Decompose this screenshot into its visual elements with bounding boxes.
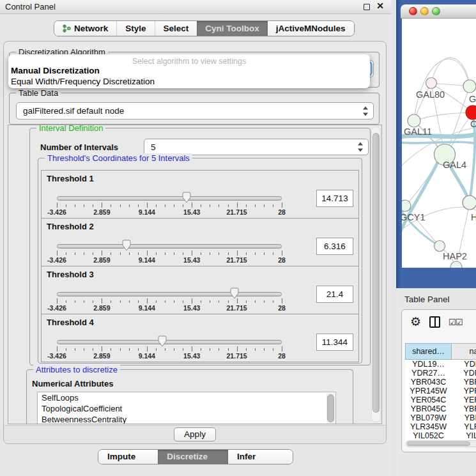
node-gal80[interactable]: [426, 78, 437, 89]
threshold-2-slider[interactable]: -3.4262.8599.14415.4321.71528: [57, 240, 282, 266]
column-header-name[interactable]: na: [452, 343, 476, 360]
close-icon[interactable]: ✕: [376, 1, 384, 11]
slider-thumb[interactable]: [229, 288, 240, 299]
table-row[interactable]: YER054CYER0: [405, 395, 476, 404]
table-row[interactable]: YDR27…YDR2: [405, 369, 476, 378]
table-cell[interactable]: YBR0: [452, 404, 476, 413]
algorithm-option-manual[interactable]: Manual Discretization: [8, 66, 370, 77]
tab-network-label: Network: [74, 24, 108, 33]
network-canvas[interactable]: GAL80 G C GAL11 GAL4 GCY1 H HAP2: [402, 19, 476, 268]
table-data-stepper[interactable]: [363, 106, 369, 116]
threshold-4-label: Threshold 4: [47, 318, 94, 327]
table-cell[interactable]: YER0: [452, 395, 476, 404]
close-traffic-light[interactable]: [409, 7, 417, 15]
tab-network[interactable]: Network: [54, 21, 116, 36]
threshold-1-slider[interactable]: -3.4262.8599.14415.4321.71528: [57, 192, 282, 218]
slider-track[interactable]: [57, 196, 282, 201]
table-cell[interactable]: YIL0: [452, 431, 476, 440]
table-data-value: galFiltered.sif default node: [23, 103, 357, 119]
zoom-traffic-light[interactable]: [432, 7, 440, 15]
threshold-1-value[interactable]: 14.713: [316, 190, 353, 207]
threshold-3-slider[interactable]: -3.4262.8599.14415.4321.71528: [57, 288, 282, 314]
node-top-right[interactable]: [463, 80, 476, 93]
node-selected-red[interactable]: [466, 105, 476, 119]
slider-track[interactable]: [57, 292, 282, 296]
table-rows: YDL19…YDL1YDR27…YDR2YBR043CYBR0YPR145WYP…: [405, 360, 476, 441]
column-header-shared-name[interactable]: shared…: [405, 343, 452, 360]
float-icon[interactable]: [364, 4, 370, 10]
attributes-group: Attributes to discretize Numerical Attri…: [26, 369, 353, 424]
threshold-2-value[interactable]: 6.316: [316, 238, 353, 255]
tab-impute-data[interactable]: Impute Data: [98, 450, 158, 464]
table-row[interactable]: YPR145WYPR1: [405, 387, 476, 395]
scrollbar-thumb[interactable]: [372, 133, 380, 413]
table-cell[interactable]: YPR145W: [405, 387, 452, 395]
minimize-traffic-light[interactable]: [420, 7, 429, 15]
threshold-3-value[interactable]: 21.4: [316, 286, 353, 303]
slider-track[interactable]: [57, 244, 282, 249]
tab-select[interactable]: Select: [155, 21, 197, 36]
algorithm-option-equal-width[interactable]: Equal Width/Frequency Discretization: [8, 77, 370, 88]
table-cell[interactable]: YBL0: [452, 413, 476, 422]
threshold-4-value[interactable]: 11.344: [316, 334, 353, 351]
node-gal11[interactable]: [408, 114, 420, 127]
select-columns-icon[interactable]: ☑☑: [449, 318, 462, 327]
apply-strip: Apply: [4, 425, 385, 443]
algorithm-prompt-option[interactable]: Select algorithm to view settings: [8, 57, 370, 66]
node-hap2[interactable]: [434, 241, 445, 252]
table-cell[interactable]: YDR27…: [405, 369, 452, 378]
numerical-attributes-list[interactable]: SelfLoopsTopologicalCoefficientBetweenne…: [37, 392, 336, 424]
table-cell[interactable]: YLR3: [452, 422, 476, 431]
gear-icon[interactable]: ⚙︎: [410, 316, 421, 328]
scrollbar-thumb[interactable]: [407, 441, 470, 446]
network-window-titlebar[interactable]: [401, 4, 476, 19]
node-label-gal4: GAL4: [443, 160, 466, 170]
tab-jactivemnodules[interactable]: jActiveMNodules: [268, 21, 354, 36]
table-row[interactable]: YLR345WYLR3: [405, 422, 476, 431]
table-cell[interactable]: YBR043C: [405, 378, 452, 387]
numerical-attributes-label: Numerical Attributes: [32, 379, 113, 388]
table-data-group: Table Data galFiltered.sif default node: [9, 93, 380, 125]
table-cell[interactable]: YDL19…: [405, 360, 452, 369]
threshold-2-panel: Threshold 2 -3.4262.8599.14415.4321.7152…: [41, 218, 359, 266]
attribute-item[interactable]: BetweennessCentrality: [38, 414, 335, 424]
table-row[interactable]: YBL079WYBL0: [405, 413, 476, 422]
apply-button[interactable]: Apply: [174, 427, 216, 441]
table-row[interactable]: YDL19…YDL1: [405, 360, 476, 369]
node-bottom-partial[interactable]: [450, 261, 462, 268]
threshold-4-slider[interactable]: -3.4262.8599.14415.4321.71528: [57, 336, 282, 362]
slider-thumb[interactable]: [121, 240, 132, 251]
table-cell[interactable]: YDR2: [452, 369, 476, 378]
tab-style[interactable]: Style: [116, 21, 154, 36]
tab-discretize-data[interactable]: Discretize Data: [158, 450, 228, 464]
table-row[interactable]: YIL052CYIL0: [405, 431, 476, 440]
attributes-list-scrollbar[interactable]: [326, 393, 335, 424]
table-cell[interactable]: YIL052C: [405, 431, 452, 440]
slider-track[interactable]: [57, 340, 282, 344]
table-cell[interactable]: YER054C: [405, 395, 452, 404]
table-row[interactable]: YBR045CYBR0: [405, 404, 476, 413]
table-data-combobox[interactable]: galFiltered.sif default node: [16, 102, 374, 119]
table-cell[interactable]: YBR0: [452, 378, 476, 387]
node-gcy1[interactable]: [402, 200, 411, 211]
slider-thumb[interactable]: [181, 192, 192, 203]
slider-thumb[interactable]: [157, 335, 167, 347]
table-cell[interactable]: YBR045C: [405, 404, 452, 413]
cyni-toolbox-panel: Discretization Algorithm Select algorith…: [3, 41, 387, 444]
table-row[interactable]: YBR043CYBR0: [405, 378, 476, 387]
tab-infer-network[interactable]: Infer Network: [228, 450, 293, 464]
tab-cyni-toolbox[interactable]: Cyni Toolbox: [197, 21, 268, 36]
node-label-gal11: GAL11: [404, 127, 432, 137]
node-label-red: C: [470, 119, 476, 129]
table-cell[interactable]: YPR1: [452, 387, 476, 395]
settings-vertical-scrollbar[interactable]: [371, 127, 381, 422]
attribute-item[interactable]: SelfLoops: [38, 392, 335, 403]
table-cell[interactable]: YBL079W: [405, 413, 452, 422]
table-cell[interactable]: YDL1: [452, 360, 476, 369]
number-of-intervals-stepper[interactable]: [358, 142, 364, 152]
table-cell[interactable]: YLR345W: [405, 422, 452, 431]
node-h[interactable]: [463, 196, 476, 210]
table-horizontal-scrollbar[interactable]: [406, 440, 476, 447]
split-columns-icon[interactable]: [429, 316, 440, 328]
attribute-item[interactable]: TopologicalCoefficient: [38, 403, 335, 414]
